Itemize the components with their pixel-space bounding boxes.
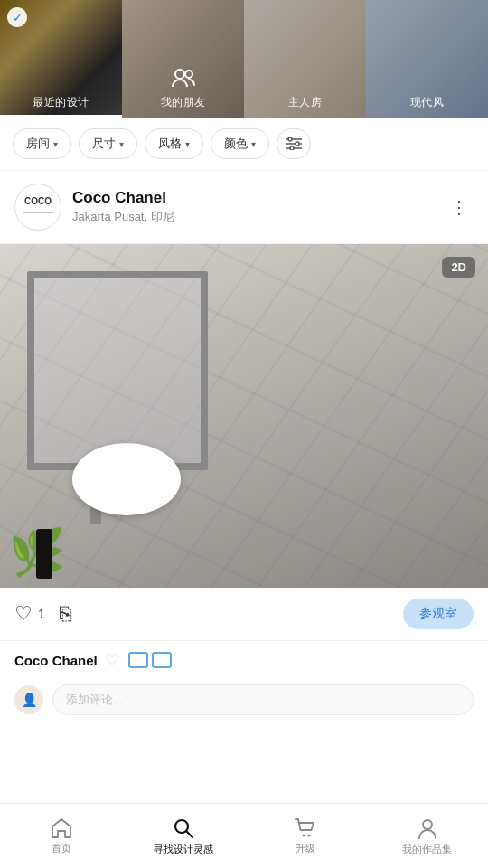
- svg-point-12: [423, 820, 432, 829]
- category-item-master[interactable]: 主人房: [244, 0, 366, 118]
- category-item-friends[interactable]: 我的朋友: [122, 0, 244, 118]
- nav-portfolio[interactable]: 我的作品集: [366, 809, 488, 863]
- bookmark-button[interactable]: ⎘: [60, 602, 71, 626]
- nav-home-label: 首页: [52, 842, 71, 855]
- comment-hint: 👤 添加评论...: [0, 677, 488, 726]
- 2d-badge: 2D: [442, 257, 475, 278]
- chevron-down-icon: ▾: [185, 139, 190, 149]
- filter-room[interactable]: 房间 ▾: [13, 128, 71, 159]
- user-location: Jakarta Pusat, 印尼: [72, 209, 445, 225]
- category-item-recent[interactable]: ✓ 最近的设计: [0, 0, 122, 118]
- commenter-avatar-icon: 👤: [22, 693, 37, 707]
- chevron-down-icon: ▾: [53, 139, 58, 149]
- layout-box-2[interactable]: [152, 652, 172, 668]
- avatar-text: COCO──────: [23, 196, 53, 218]
- comment-input[interactable]: 添加评论...: [52, 684, 474, 715]
- nav-upgrade[interactable]: 升级: [244, 810, 366, 863]
- filter-style[interactable]: 风格 ▾: [145, 128, 203, 159]
- cart-icon: [294, 817, 317, 839]
- svg-point-1: [185, 71, 192, 78]
- svg-line-9: [186, 831, 192, 837]
- category-label-master: 主人房: [288, 95, 323, 110]
- category-label-recent: 最近的设计: [33, 95, 89, 110]
- filter-color[interactable]: 颜色 ▾: [211, 128, 269, 159]
- post-title: Coco Chanel: [14, 653, 98, 668]
- home-icon: [50, 817, 73, 839]
- sink-bowl: [72, 443, 181, 515]
- filter-settings-button[interactable]: [277, 128, 311, 159]
- design-card: 🌿 2D: [0, 244, 488, 588]
- user-card: COCO────── Coco Chanel Jakarta Pusat, 印尼…: [0, 171, 488, 244]
- layout-box-1[interactable]: [128, 652, 148, 668]
- action-row: ♡ 1 ⎘ 参观室: [0, 588, 488, 641]
- filter-bar: 房间 ▾ 尺寸 ▾ 风格 ▾ 颜色 ▾: [0, 118, 488, 171]
- category-item-modern[interactable]: 现代风: [366, 0, 488, 118]
- svg-point-3: [288, 137, 292, 141]
- category-label-friends: 我的朋友: [161, 95, 206, 110]
- user-name[interactable]: Coco Chanel: [72, 189, 445, 207]
- svg-point-10: [302, 834, 305, 836]
- design-image[interactable]: 🌿 2D: [0, 244, 488, 588]
- checkmark-icon: ✓: [7, 7, 27, 27]
- friends-icon: [171, 67, 196, 91]
- soap-bottle: [36, 529, 52, 579]
- search-icon: [172, 816, 195, 840]
- bookmark-icon: ⎘: [60, 602, 71, 626]
- svg-point-7: [290, 146, 294, 150]
- like-button[interactable]: ♡ 1: [14, 602, 45, 626]
- nav-search[interactable]: 寻找设计灵感: [122, 809, 244, 863]
- svg-point-0: [175, 70, 184, 79]
- avatar[interactable]: COCO──────: [14, 184, 61, 231]
- comment-placeholder: 添加评论...: [66, 692, 123, 708]
- layout-icons: [128, 652, 172, 668]
- nav-upgrade-label: 升级: [296, 842, 315, 855]
- nav-home[interactable]: 首页: [0, 810, 122, 863]
- profile-icon: [416, 816, 439, 840]
- nav-search-label: 寻找设计灵感: [154, 843, 213, 856]
- like-count: 1: [38, 607, 45, 621]
- title-heart-icon[interactable]: ♡: [105, 650, 119, 670]
- bathroom-scene: 🌿: [0, 244, 488, 588]
- category-strip: ✓ 最近的设计 我的朋友 主人房 现代风: [0, 0, 488, 118]
- category-label-modern: 现代风: [410, 95, 445, 110]
- sliders-icon: [286, 137, 302, 150]
- more-options-button[interactable]: ⋮: [445, 193, 474, 222]
- post-title-row: Coco Chanel ♡: [0, 641, 488, 677]
- visit-room-button[interactable]: 参观室: [403, 599, 474, 629]
- chevron-down-icon: ▾: [251, 139, 256, 149]
- commenter-avatar: 👤: [14, 685, 43, 714]
- svg-point-11: [307, 834, 310, 836]
- sink-counter: [18, 425, 488, 533]
- svg-point-5: [296, 142, 299, 146]
- filter-size[interactable]: 尺寸 ▾: [79, 128, 137, 159]
- nav-portfolio-label: 我的作品集: [402, 843, 452, 856]
- heart-icon: ♡: [14, 602, 33, 626]
- user-info: Coco Chanel Jakarta Pusat, 印尼: [72, 189, 445, 225]
- bottom-nav: 首页 寻找设计灵感 升级 我的作品集: [0, 803, 488, 868]
- chevron-down-icon: ▾: [119, 139, 124, 149]
